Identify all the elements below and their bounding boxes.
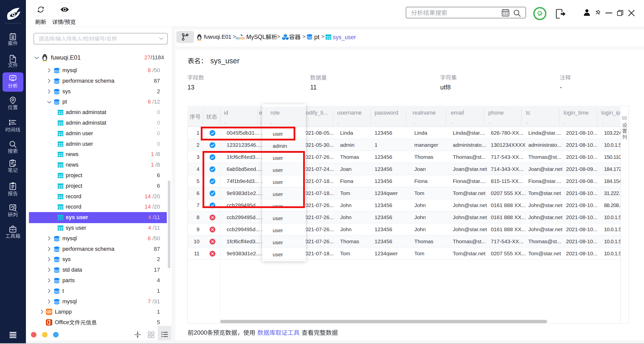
svg-text:SQL: SQL — [239, 36, 246, 40]
